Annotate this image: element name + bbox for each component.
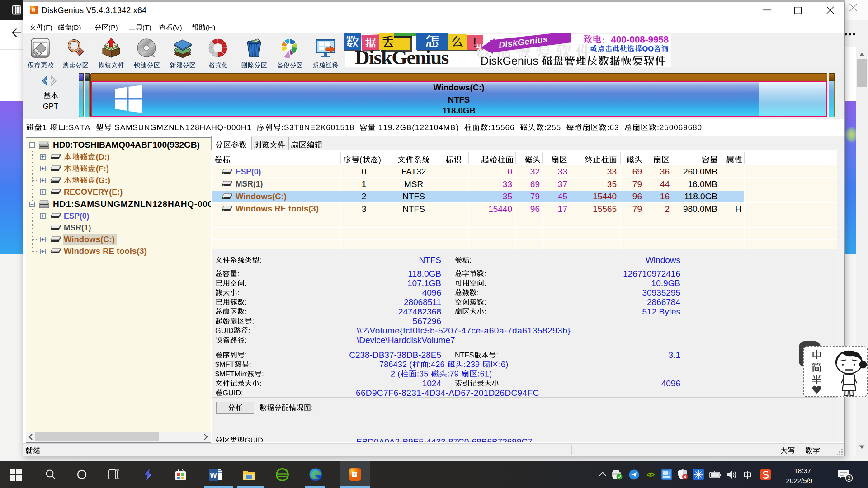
svg-text:2: 2 [848, 475, 850, 481]
svg-text:W: W [210, 472, 217, 479]
